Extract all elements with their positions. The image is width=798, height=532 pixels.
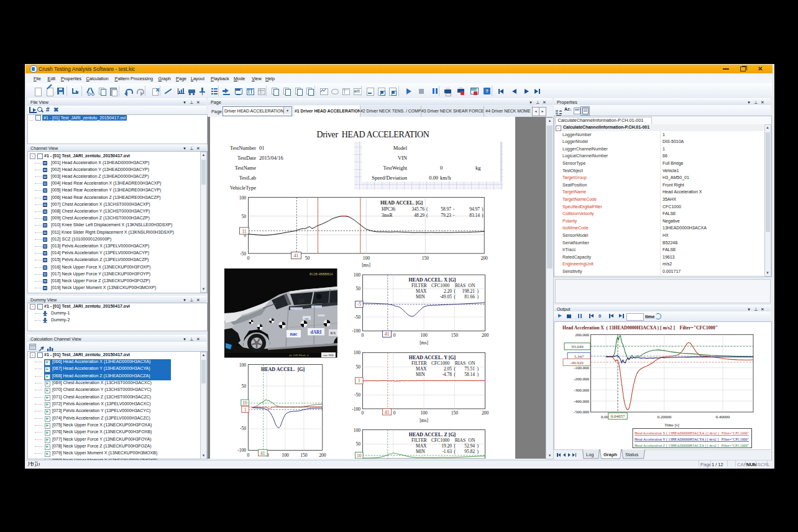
svg-text:TestName: TestName [235, 165, 257, 171]
svg-text:11: 11 [242, 229, 246, 234]
svg-text:150: 150 [451, 332, 459, 338]
svg-text:0: 0 [393, 410, 396, 416]
svg-text:200: 200 [482, 332, 489, 338]
svg-text:0: 0 [393, 332, 396, 338]
svg-text:100: 100 [420, 410, 428, 416]
svg-text:[ms]: [ms] [362, 262, 370, 268]
svg-text:150: 150 [300, 452, 308, 458]
svg-text:MIN: MIN [416, 372, 425, 377]
svg-text:nac: nac [290, 331, 298, 337]
svg-text:): ) [477, 449, 479, 454]
svg-text:TestDate: TestDate [237, 155, 256, 161]
svg-text:100: 100 [354, 272, 361, 278]
svg-text:TestWeight: TestWeight [383, 165, 408, 171]
svg-text:Model: Model [393, 145, 408, 151]
svg-text:79.23: 79.23 [441, 213, 451, 218]
svg-text:100: 100 [239, 362, 247, 368]
svg-text:-50: -50 [354, 314, 360, 320]
svg-text:100: 100 [420, 332, 428, 338]
svg-text:HEAD ACCEL. Y [G]: HEAD ACCEL. Y [G] [409, 355, 456, 360]
svg-text:345.76: 345.76 [411, 206, 424, 212]
svg-text:48.29: 48.29 [414, 213, 424, 218]
svg-text:[ms]: [ms] [420, 340, 428, 346]
svg-text:0.04057: 0.04057 [611, 414, 625, 419]
svg-text:0.20000: 0.20000 [658, 415, 672, 420]
svg-text:-50: -50 [240, 251, 246, 257]
svg-text:0: 0 [440, 165, 443, 171]
svg-text:): ) [477, 372, 479, 377]
svg-text:41: 41 [385, 410, 390, 415]
svg-text:km/h: km/h [440, 175, 451, 181]
svg-text:83.14: 83.14 [469, 213, 480, 218]
svg-text:-500.000: -500.000 [574, 410, 590, 415]
svg-text:-: - [453, 206, 455, 212]
svg-text:Speed/Deviation: Speed/Deviation [372, 175, 407, 181]
svg-text:-300.000: -300.000 [574, 388, 590, 393]
svg-text:Head Acceleration X ( 13HEAD0: Head Acceleration X ( 13HEAD0000H3ACXA )… [562, 324, 718, 331]
svg-text:100: 100 [354, 350, 361, 355]
svg-text:50: 50 [305, 255, 310, 261]
svg-text:MIN: MIN [416, 449, 425, 454]
svg-text:50: 50 [356, 441, 361, 447]
svg-text:MAX: MAX [416, 366, 427, 372]
svg-text:-49.05: -49.05 [440, 294, 452, 300]
svg-text:200: 200 [481, 255, 488, 261]
svg-text:FILTERCFC1000BIASON: FILTERCFC1000BIASON [411, 438, 475, 443]
svg-text:94.97: 94.97 [469, 206, 480, 212]
svg-text:52.94: 52.94 [464, 443, 475, 449]
svg-text:0.00: 0.00 [429, 175, 438, 181]
svg-text:01: 01 [259, 145, 265, 151]
svg-text:RX: RX [330, 331, 336, 335]
svg-text:Driver HEAD ACCELERATION: Driver HEAD ACCELERATION [317, 130, 429, 139]
svg-text:198.21: 198.21 [462, 288, 475, 294]
svg-text:-100: -100 [352, 406, 360, 412]
svg-text:1: 1 [358, 378, 360, 383]
svg-text:200: 200 [482, 410, 489, 416]
svg-text:3msR: 3msR [382, 213, 393, 218]
svg-text:-50: -50 [354, 392, 360, 398]
svg-text:100: 100 [354, 428, 361, 433]
svg-text:75.51: 75.51 [464, 366, 475, 372]
svg-text:(: ( [426, 213, 428, 218]
svg-text:): ) [477, 294, 479, 300]
svg-text:FILTERCFC1000BIASON: FILTERCFC1000BIASON [411, 283, 475, 288]
svg-text:kg: kg [475, 165, 481, 171]
svg-text:200: 200 [319, 452, 326, 458]
svg-text:81.66: 81.66 [464, 294, 475, 300]
svg-text:(: ( [426, 206, 428, 212]
svg-text:100: 100 [239, 195, 247, 201]
svg-text:-50: -50 [240, 426, 246, 431]
svg-text:10: 10 [357, 453, 362, 459]
svg-text:-100: -100 [352, 328, 360, 334]
svg-text:5.347: 5.347 [574, 354, 584, 359]
svg-text:58.14: 58.14 [464, 372, 475, 377]
svg-text:100: 100 [282, 452, 289, 458]
svg-text:-100.000: -100.000 [574, 365, 590, 370]
svg-text:TestNumber: TestNumber [230, 145, 256, 151]
svg-text:-: - [453, 213, 455, 218]
svg-text:): ) [482, 206, 484, 212]
svg-text:100: 100 [363, 255, 370, 261]
svg-text:4x 10B Mode 4: 4x 10B Mode 4 [289, 354, 309, 357]
svg-text:41: 41 [294, 253, 299, 259]
svg-text:150: 150 [451, 410, 459, 416]
svg-text:-1.63: -1.63 [442, 449, 452, 454]
svg-text:MIN: MIN [416, 294, 425, 300]
svg-text:0: 0 [362, 332, 364, 338]
svg-text:): ) [482, 213, 484, 218]
svg-text:58.97: 58.97 [441, 206, 451, 212]
svg-text:200.000: 200.000 [575, 332, 589, 337]
svg-text:Head Acceleration Z ( 13HEAD00: Head Acceleration Z ( 13HEAD0000H3ACZA )… [635, 443, 749, 448]
svg-text:0: 0 [247, 452, 249, 458]
svg-text:0: 0 [362, 410, 364, 416]
svg-text:95.82: 95.82 [464, 449, 475, 454]
svg-text:0: 0 [247, 255, 250, 261]
svg-text:2.05: 2.05 [444, 366, 452, 372]
svg-text:B12B 4BBBB24: B12B 4BBBB24 [310, 272, 332, 276]
svg-text:): ) [477, 366, 479, 372]
svg-text:Head Acceleration X ( 13HEAD00: Head Acceleration X ( 13HEAD0000H3ACXA )… [635, 431, 749, 436]
svg-text:(: ( [454, 449, 456, 454]
svg-text:10: 10 [242, 400, 247, 406]
svg-text:41: 41 [385, 331, 390, 337]
svg-text:HEAD ACCEL. [G]: HEAD ACCEL. [G] [261, 367, 305, 372]
